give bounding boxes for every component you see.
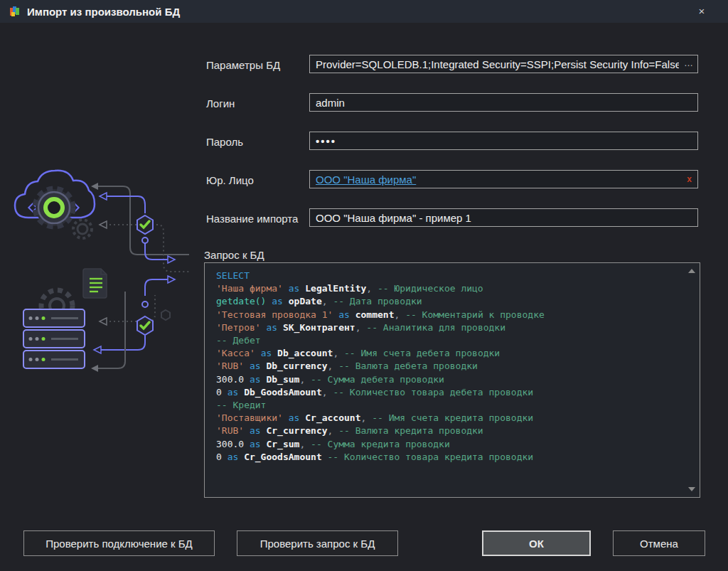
code-line: SELECT <box>216 270 682 282</box>
code-line: -- Дебет <box>216 334 682 347</box>
arrow-left-icon <box>94 346 101 353</box>
code-line: 'RUB' as Cr_currency, -- Валюта кредита … <box>216 425 682 437</box>
label-legal-entity: Юр. Лицо <box>206 174 254 186</box>
code-line: 'Тестовая проводка 1' as comment, -- Ком… <box>216 309 682 321</box>
legal-entity-link[interactable]: ООО "Наша фирма" <box>316 174 416 186</box>
close-button[interactable]: × <box>694 4 710 18</box>
sql-query-text[interactable]: SELECT'Наша фирма' as LegalEntity, -- Юр… <box>205 263 700 464</box>
legal-entity-field[interactable]: ООО "Наша фирма" x <box>309 170 698 188</box>
label-login: Логин <box>206 97 235 110</box>
arrow-left-icon <box>100 193 107 200</box>
label-db-params: Параметры БД <box>206 59 280 71</box>
scroll-down-icon[interactable] <box>688 487 695 491</box>
arrow-left-icon <box>91 183 98 190</box>
scroll-up-icon[interactable] <box>688 269 695 273</box>
db-params-field-wrap: … <box>309 55 698 73</box>
window-title: Импорт из произвольной БД <box>27 6 180 18</box>
code-line: 'RUB' as Db_currency, -- Валюта дебета п… <box>216 360 682 373</box>
title-bar: Импорт из произвольной БД × <box>0 0 728 23</box>
code-line: 0 as Db_GoodsAmount, -- Количество товар… <box>216 386 682 399</box>
arrow-right-icon <box>168 276 175 283</box>
code-line: getdate() as opDate, -- Дата проводки <box>216 295 682 308</box>
import-dialog: Импорт из произвольной БД × <box>0 0 728 571</box>
label-import-name: Название импорта <box>206 213 298 225</box>
sql-query-editor[interactable]: SELECT'Наша фирма' as LegalEntity, -- Юр… <box>204 262 700 498</box>
server-stack-icon <box>23 309 85 368</box>
code-line: 0 as Cr_GoodsAmount -- Количество товара… <box>216 451 682 464</box>
database-import-illustration <box>6 164 198 384</box>
test-query-button[interactable]: Проверить запрос к БД <box>237 530 398 556</box>
cancel-button[interactable]: Отмена <box>613 530 705 556</box>
code-line: 'Касса' as Db_account, -- Имя счета дебе… <box>216 347 682 360</box>
arrow-left-icon <box>91 365 98 372</box>
arrow-left-icon <box>100 221 107 228</box>
gear-core <box>46 199 63 216</box>
password-input[interactable] <box>309 132 698 150</box>
clear-icon[interactable]: x <box>687 174 692 184</box>
code-line: 300.0 as Cr_sum, -- Сумма кредита провод… <box>216 438 682 451</box>
ok-button[interactable]: ОК <box>482 530 591 556</box>
code-line: 'Наша фирма' as LegalEntity, -- Юридичес… <box>216 282 682 295</box>
code-line: 'Поставщики' as Cr_account, -- Имя счета… <box>216 412 682 425</box>
arrow-right-icon <box>168 256 175 263</box>
code-line: 'Петров' as SK_Контрагент, -- Аналитика … <box>216 321 682 334</box>
small-gear-icon <box>73 220 92 238</box>
app-icon <box>9 5 21 18</box>
import-name-input[interactable] <box>309 208 698 227</box>
login-input[interactable] <box>309 93 698 112</box>
label-password: Пароль <box>206 136 243 148</box>
code-line: -- Кредит <box>216 399 682 412</box>
db-params-input[interactable] <box>309 55 698 73</box>
arrow-left-icon <box>100 318 107 325</box>
test-connection-button[interactable]: Проверить подключение к БД <box>23 530 215 556</box>
code-line: 300.0 as Db_sum, -- Сумма дебета проводк… <box>216 373 682 386</box>
label-query: Запрос к БД <box>204 249 264 261</box>
